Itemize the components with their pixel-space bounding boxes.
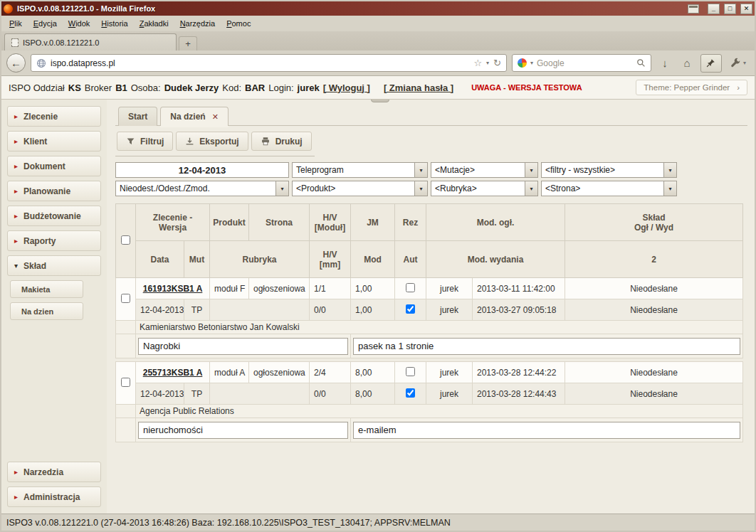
search-engine-dropdown-icon[interactable]: ▾: [530, 60, 533, 66]
filter-button[interactable]: Filtruj: [117, 132, 173, 151]
hv-cell: 0/0: [310, 383, 351, 405]
downloads-button[interactable]: ↓: [656, 57, 673, 69]
sidebar-item-planowanie[interactable]: ▸Planowanie: [7, 181, 101, 201]
url-bar[interactable]: ispo.datapress.pl ☆ ▾ ↻: [31, 54, 507, 72]
note-input-right[interactable]: [353, 338, 740, 355]
program-dropdown[interactable]: Teleprogram▾: [292, 162, 428, 178]
tab-label: Na dzień: [170, 112, 205, 122]
close-window-button[interactable]: ✕: [740, 4, 752, 14]
app-title-prefix: ISPO Oddział: [9, 83, 65, 93]
sidebar-item-administracja[interactable]: ▸Administracja: [7, 486, 101, 507]
url-text[interactable]: ispo.datapress.pl: [51, 58, 115, 68]
mod-qty-cell: 1,00: [351, 299, 395, 321]
magnifier-icon[interactable]: [636, 58, 646, 68]
note-row: [116, 418, 743, 442]
sidebar-item-zlecenie[interactable]: ▸Zlecenie: [7, 106, 101, 127]
mod-date-cell: 2013-03-27 09:05:18: [473, 299, 565, 321]
printer-icon: [261, 137, 271, 146]
print-button[interactable]: Drukuj: [251, 132, 312, 151]
strona-dropdown[interactable]: <Strona>▾: [541, 181, 677, 196]
url-dropdown-icon[interactable]: ▾: [486, 60, 489, 66]
restore-window-icon[interactable]: [688, 4, 699, 14]
menu-edycja[interactable]: Edycja: [28, 17, 62, 30]
browser-window: ISPO.v.0.08.121221.0 - Mozilla Firefox _…: [0, 0, 756, 532]
sidebar-item-sklad[interactable]: ▾Skład: [7, 255, 101, 276]
sidebar-item-klient[interactable]: ▸Klient: [7, 131, 101, 151]
browser-tab[interactable]: ISPO.v.0.08.121221.0: [4, 33, 177, 50]
bookmark-star-icon[interactable]: ☆: [473, 58, 482, 68]
sidebar-subitem-na-dzien[interactable]: Na dzien: [10, 302, 83, 320]
date-filter-input[interactable]: [115, 162, 289, 178]
sidebar-subitem-label: Na dzien: [21, 307, 53, 316]
rez-checkbox[interactable]: [406, 367, 415, 376]
note-input-left[interactable]: [138, 338, 348, 355]
sidebar-subitem-label: Makieta: [21, 285, 50, 294]
back-button[interactable]: ←: [6, 53, 26, 73]
theme-selector[interactable]: Theme: Pepper Grinder ›: [636, 80, 747, 95]
dropdown-arrow-icon: ▾: [663, 181, 676, 196]
note-row: [116, 334, 743, 358]
rubryka-cell: [210, 299, 310, 321]
rubryka-dropdown[interactable]: <Rubryka>▾: [431, 181, 538, 196]
reload-icon[interactable]: ↻: [493, 58, 501, 68]
tools-button[interactable]: ▾: [727, 58, 750, 68]
filtry-dropdown[interactable]: <filtry - wszystkie>▾: [541, 162, 677, 178]
mutacje-dropdown[interactable]: <Mutacje>▾: [431, 162, 538, 178]
close-tab-icon[interactable]: ✕: [212, 112, 219, 122]
order-link[interactable]: 161913KSB1 A: [143, 284, 203, 294]
menu-zakladki[interactable]: Zakładki: [135, 17, 174, 30]
table-row: 161913KSB1 A moduł F ogłoszeniowa 1/1 1,…: [116, 278, 743, 299]
rez-checkbox[interactable]: [406, 283, 415, 292]
minimize-button[interactable]: _: [708, 4, 720, 14]
change-password-link[interactable]: [ Zmiana hasła ]: [384, 83, 453, 93]
status-cell: Nieodesłane: [565, 278, 743, 299]
mod-date-cell: 2013-03-11 11:42:00: [473, 278, 565, 299]
menu-plik[interactable]: Plik: [4, 17, 27, 30]
new-tab-button[interactable]: +: [179, 36, 197, 50]
data-cell: 12-04-2013: [136, 299, 184, 321]
status-dropdown[interactable]: Nieodest./Odest./Zmod.▾: [115, 181, 289, 196]
client-name: Kamieniarstwo Betoniarstwo Jan Kowalski: [136, 321, 743, 334]
strona-cell: ogłoszeniowa: [249, 278, 310, 299]
tab-na-dzien[interactable]: Na dzień ✕: [160, 107, 229, 126]
note-input-right[interactable]: [353, 422, 740, 439]
rubryka-cell: [210, 383, 310, 405]
col-header-sklad: Skład Ogł / Wyd: [565, 204, 743, 241]
sidebar-item-narzedzia[interactable]: ▸Narzedzia: [7, 462, 101, 482]
pin-button[interactable]: [700, 54, 722, 73]
menu-narzedzia[interactable]: Narzędzia: [175, 17, 221, 30]
jm-cell: 1,00: [351, 278, 395, 299]
tools-dropdown-icon[interactable]: ▾: [743, 60, 746, 66]
menu-widok[interactable]: Widok: [63, 17, 95, 30]
sidebar-item-label: Klient: [23, 137, 47, 147]
sidebar-item-budzetowanie[interactable]: ▸Budżetowanie: [7, 206, 101, 226]
dropdown-arrow-icon: ▾: [525, 181, 537, 196]
tab-start[interactable]: Start: [118, 107, 157, 126]
select-all-checkbox[interactable]: [121, 235, 130, 245]
sidebar-item-raporty[interactable]: ▸Raporty: [7, 230, 101, 251]
row-select-checkbox[interactable]: [121, 294, 130, 303]
sidebar-item-dokument[interactable]: ▸Dokument: [7, 156, 101, 176]
aut-checkbox[interactable]: [406, 388, 415, 398]
export-button[interactable]: Eksportuj: [176, 132, 248, 151]
splitter-handle[interactable]: [371, 100, 389, 102]
order-link[interactable]: 255713KSB1 A: [143, 368, 203, 378]
col-header-aut: Aut: [395, 241, 426, 278]
browser-tab-bar: ISPO.v.0.08.121221.0 +: [1, 31, 755, 50]
row-select-checkbox[interactable]: [121, 378, 130, 387]
maximize-button[interactable]: □: [724, 4, 736, 14]
search-placeholder[interactable]: Google: [537, 58, 633, 68]
content-tabs: Start Na dzień ✕: [115, 104, 747, 126]
logout-link[interactable]: [ Wyloguj ]: [323, 83, 370, 93]
search-bar[interactable]: ▾ Google: [512, 54, 651, 72]
menu-historia[interactable]: Historia: [96, 17, 132, 30]
menu-pomoc[interactable]: Pomoc: [221, 17, 256, 30]
aut-checkbox[interactable]: [406, 304, 415, 314]
note-input-left[interactable]: [138, 422, 348, 439]
home-button[interactable]: ⌂: [678, 57, 695, 69]
mod-user-cell: jurek: [426, 299, 473, 321]
produkt-dropdown[interactable]: <Produkt>▾: [292, 181, 428, 196]
sidebar-subitem-makieta[interactable]: Makieta: [10, 280, 83, 298]
broker-label: Broker: [85, 83, 112, 93]
dropdown-value: <Mutacje>: [431, 163, 525, 177]
